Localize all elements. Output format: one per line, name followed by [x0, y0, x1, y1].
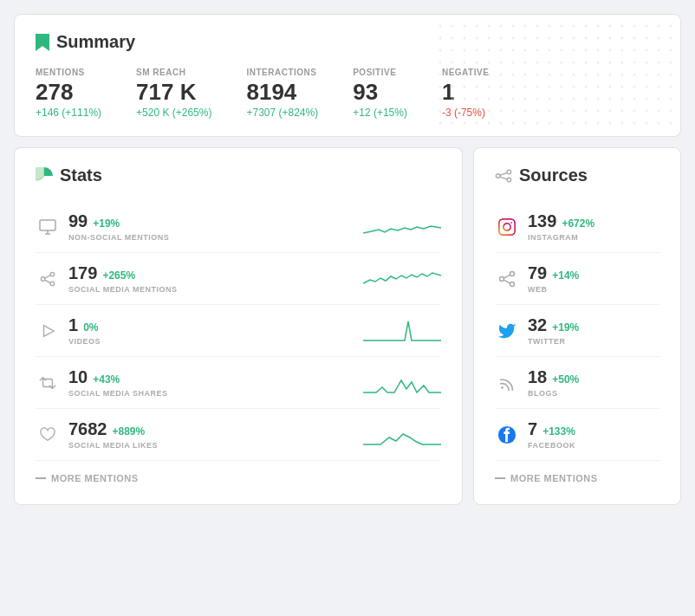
stat-non-social: 99 +19% NON-SOCIAL MENTIONS [36, 201, 441, 253]
source-facebook-label: FACEBOOK [528, 441, 659, 450]
metric-interactions-value: 8194 [246, 81, 318, 103]
stat-likes-info: 7682 +889% SOCIAL MEDIA LIKES [68, 419, 354, 450]
summary-metrics: MENTIONS 278 +146 (+111%) SM REACH 717 K… [36, 68, 659, 119]
stat-videos-sparkline [363, 318, 441, 344]
stat-shares: 10 +43% SOCIAL MEDIA SHARES [36, 357, 441, 409]
metric-mentions-label: MENTIONS [36, 68, 101, 77]
stat-non-social-label: NON-SOCIAL MENTIONS [68, 233, 354, 242]
heart-icon [36, 427, 60, 443]
stats-card: Stats 99 +19% NON-SOCIAL MENTIONS [14, 147, 463, 505]
source-web-percent: +14% [552, 269, 579, 282]
metric-negative: NEGATIVE 1 -3 (-75%) [442, 68, 489, 119]
instagram-icon [495, 217, 519, 237]
stat-likes-number: 7682 [68, 419, 107, 439]
stat-social-info: 179 +265% SOCIAL MEDIA MENTIONS [68, 263, 354, 294]
svg-point-18 [510, 222, 512, 224]
svg-point-21 [510, 282, 515, 286]
source-twitter-info: 32 +19% TWITTER [528, 315, 659, 346]
sources-title: Sources [519, 165, 588, 185]
sources-more-label: MORE MENTIONS [510, 473, 598, 483]
source-blogs-label: BLOGS [528, 389, 659, 398]
retweet-icon [36, 375, 60, 391]
stat-videos-label: VIDEOS [68, 337, 354, 346]
sources-card: Sources [473, 147, 681, 505]
stat-videos-percent: 0% [83, 321, 98, 334]
metric-sm-reach: SM REACH 717 K +520 K (+265%) [136, 68, 211, 119]
pie-icon [36, 167, 53, 185]
svg-point-19 [510, 271, 515, 276]
metric-mentions: MENTIONS 278 +146 (+111%) [36, 68, 101, 119]
facebook-icon [495, 425, 519, 444]
svg-point-5 [50, 272, 55, 276]
stats-more-label: MORE MENTIONS [51, 473, 139, 483]
svg-point-12 [496, 173, 500, 178]
svg-line-9 [45, 275, 50, 278]
svg-marker-10 [44, 325, 55, 336]
sources-header: Sources [495, 165, 659, 185]
bookmark-icon [36, 34, 49, 51]
metric-interactions: INTERACTIONS 8194 +7307 (+824%) [246, 68, 318, 119]
svg-point-7 [50, 282, 55, 286]
stat-social-label: SOCIAL MEDIA MENTIONS [68, 285, 354, 294]
svg-point-13 [507, 178, 511, 182]
svg-line-14 [500, 177, 507, 179]
svg-rect-16 [499, 218, 515, 234]
source-instagram-number: 139 [528, 211, 556, 231]
source-facebook-percent: +133% [542, 425, 575, 438]
sources-more-mentions[interactable]: MORE MENTIONS [495, 461, 659, 487]
metric-positive-value: 93 [353, 81, 407, 103]
svg-point-17 [503, 223, 510, 230]
bottom-row: Stats 99 +19% NON-SOCIAL MENTIONS [14, 147, 681, 515]
play-icon [36, 323, 60, 339]
stat-shares-sparkline [363, 370, 441, 396]
source-blogs-number: 18 [528, 367, 547, 387]
source-blogs-percent: +50% [552, 373, 579, 386]
stat-non-social-sparkline [363, 214, 441, 240]
metric-smreach-label: SM REACH [136, 68, 211, 77]
source-instagram-info: 139 +672% INSTAGRAM [528, 211, 659, 242]
source-web-label: WEB [528, 285, 659, 294]
source-instagram: 139 +672% INSTAGRAM [495, 201, 659, 253]
svg-line-22 [503, 280, 510, 283]
source-web: 79 +14% WEB [495, 253, 659, 305]
metric-mentions-value: 278 [36, 81, 101, 103]
web-icon [495, 270, 519, 288]
metric-negative-value: 1 [442, 81, 489, 103]
stat-non-social-percent: +19% [93, 217, 120, 230]
metric-positive-change: +12 (+15%) [353, 107, 407, 119]
stat-shares-number: 10 [68, 367, 88, 387]
stat-videos-info: 1 0% VIDEOS [68, 315, 354, 346]
metric-positive-label: POSITIVE [353, 68, 407, 77]
stat-likes-sparkline [363, 422, 441, 448]
source-facebook-number: 7 [528, 419, 537, 439]
metric-negative-label: NEGATIVE [442, 68, 489, 77]
source-instagram-percent: +672% [562, 217, 594, 230]
svg-line-15 [500, 172, 507, 175]
stat-shares-percent: +43% [93, 373, 120, 386]
stat-social-media: 179 +265% SOCIAL MEDIA MENTIONS [36, 253, 441, 305]
stat-videos-number: 1 [68, 315, 78, 335]
source-twitter-label: TWITTER [528, 337, 659, 346]
source-instagram-label: INSTAGRAM [528, 233, 659, 242]
summary-card: Summary MENTIONS 278 +146 (+111%) SM REA… [14, 14, 681, 137]
metric-smreach-value: 717 K [136, 81, 211, 103]
stat-likes: 7682 +889% SOCIAL MEDIA LIKES [36, 409, 441, 461]
stat-social-percent: +265% [102, 269, 135, 282]
stats-header: Stats [36, 165, 441, 185]
stats-title: Stats [60, 165, 102, 185]
svg-point-11 [507, 170, 511, 174]
sources-icon [495, 168, 512, 184]
metric-interactions-change: +7307 (+824%) [246, 107, 318, 119]
summary-header: Summary [36, 32, 659, 52]
svg-rect-2 [40, 220, 55, 230]
stats-more-mentions[interactable]: MORE MENTIONS [36, 461, 441, 487]
source-facebook-info: 7 +133% FACEBOOK [528, 419, 659, 450]
stat-non-social-number: 99 [68, 211, 88, 231]
monitor-icon [36, 219, 60, 235]
metric-negative-change: -3 (-75%) [442, 107, 489, 119]
stat-likes-percent: +889% [113, 425, 146, 438]
twitter-icon [495, 321, 519, 340]
metric-smreach-change: +520 K (+265%) [136, 107, 211, 119]
source-web-info: 79 +14% WEB [528, 263, 659, 294]
metric-mentions-change: +146 (+111%) [36, 107, 101, 119]
